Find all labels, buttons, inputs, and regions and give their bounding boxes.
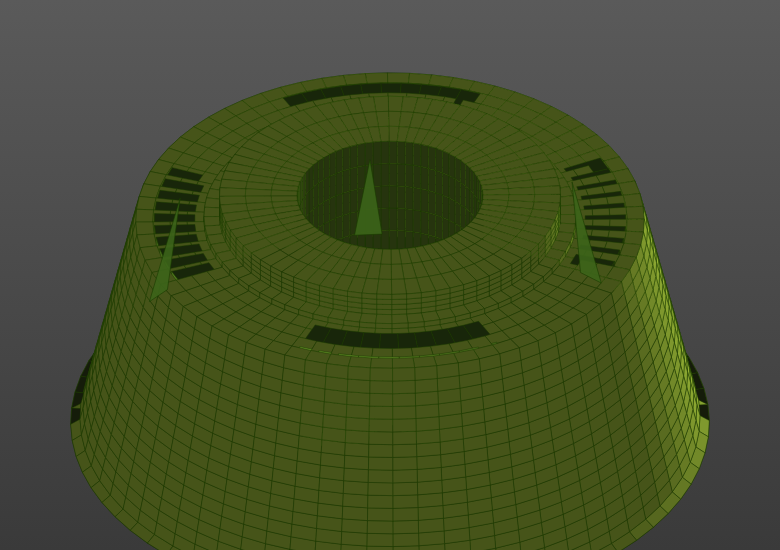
mesh-viewport[interactable] (0, 0, 780, 550)
